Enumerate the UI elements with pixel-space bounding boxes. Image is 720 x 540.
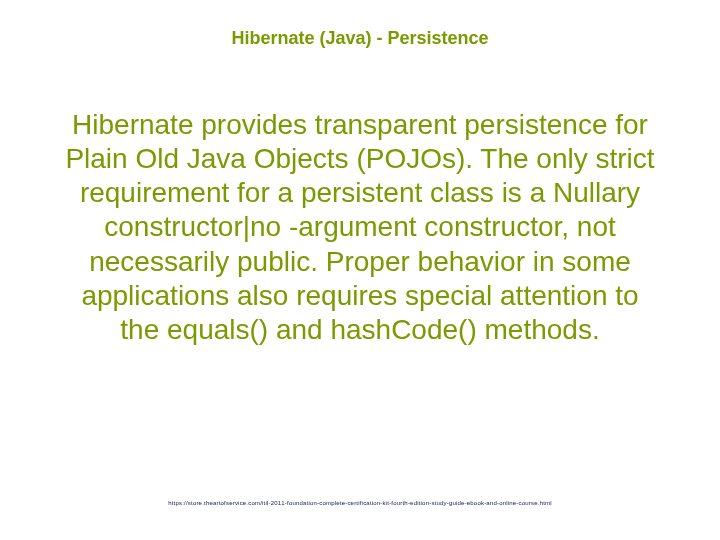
slide: Hibernate (Java) - Persistence Hibernate… (0, 0, 720, 540)
slide-title: Hibernate (Java) - Persistence (0, 28, 720, 49)
slide-footer-link: https://store.theartofservice.com/itil-2… (0, 500, 720, 506)
slide-body: Hibernate provides transparent persisten… (60, 108, 660, 347)
